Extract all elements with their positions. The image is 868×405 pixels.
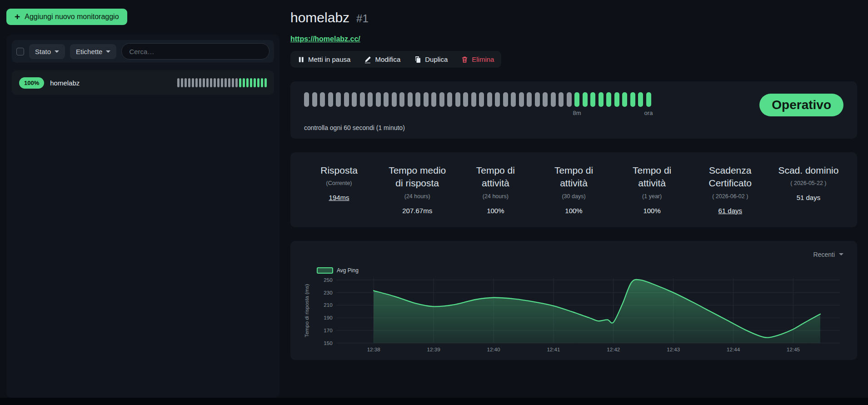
monitor-url-link[interactable]: https://homelabz.cc/ [290, 35, 360, 43]
heartbeat-bar[interactable] [246, 78, 249, 87]
heartbeat-bar[interactable] [415, 92, 420, 107]
delete-button[interactable]: Elimina [461, 55, 494, 63]
heartbeat-bar[interactable] [257, 78, 260, 87]
heartbeat-bar[interactable] [224, 78, 227, 87]
heartbeat-bar[interactable] [210, 78, 213, 87]
heartbeat-bar[interactable] [535, 92, 540, 107]
heartbeat-bar[interactable] [487, 92, 492, 107]
status-filter-dropdown[interactable]: Stato [29, 44, 65, 59]
heartbeat-bar[interactable] [471, 92, 476, 107]
heartbeat-bar[interactable] [606, 92, 611, 107]
heartbeat-bar[interactable] [399, 92, 404, 107]
heartbeat-bar[interactable] [264, 78, 267, 87]
heartbeat-bar[interactable] [368, 92, 373, 107]
stat-column: Tempo di attività(24 hours)100% [462, 164, 529, 215]
heartbeat-bar[interactable] [185, 78, 187, 87]
heartbeat-bar[interactable] [408, 92, 413, 107]
monitor-name: homelabz [50, 79, 80, 87]
heartbeat-bar[interactable] [376, 92, 381, 107]
heartbeat-bar[interactable] [232, 78, 234, 87]
svg-text:12:42: 12:42 [607, 346, 620, 352]
heartbeat-bar[interactable] [614, 92, 619, 107]
heartbeat-bar[interactable] [177, 78, 180, 87]
heartbeat-bar[interactable] [217, 78, 220, 87]
heartbeat-bar[interactable] [511, 92, 516, 107]
duplicate-label: Duplica [425, 55, 448, 63]
heartbeat-bar[interactable] [638, 92, 643, 107]
monitor-id: #1 [356, 12, 369, 25]
heartbeat-bar[interactable] [567, 92, 572, 107]
stat-title: Tempo di attività [462, 164, 529, 190]
heartbeat-bar[interactable] [336, 92, 341, 107]
stat-subtitle: (Corrente) [306, 180, 372, 186]
heartbeat-bar[interactable] [583, 92, 588, 107]
heartbeat-bar[interactable] [304, 92, 309, 107]
period-select[interactable]: Recenti [301, 247, 846, 262]
search-input[interactable] [121, 43, 269, 60]
delete-label: Elimina [472, 55, 494, 63]
heartbeat-bar[interactable] [392, 92, 397, 107]
stat-value[interactable]: 61 days [697, 207, 763, 215]
pause-button[interactable]: Metti in pausa [298, 55, 350, 63]
heartbeat-bar[interactable] [479, 92, 484, 107]
stat-subtitle: ( 2026-06-02 ) [697, 193, 763, 200]
heartbeat-bar[interactable] [206, 78, 209, 87]
tags-filter-dropdown[interactable]: Etichette [70, 44, 116, 59]
heartbeat-bar[interactable] [646, 92, 651, 107]
heartbeat-bar[interactable] [199, 78, 202, 87]
monitor-list-item[interactable]: 100% homelabz [12, 70, 274, 95]
monitor-list-panel: Stato Etichette 100% homelabz [6, 35, 279, 398]
heartbeat-bar[interactable] [243, 78, 245, 87]
heartbeat-bar[interactable] [181, 78, 184, 87]
legend-swatch-icon [317, 267, 333, 274]
heartbeat-bar[interactable] [551, 92, 556, 107]
heartbeat-bar[interactable] [503, 92, 508, 107]
heartbeat-bar[interactable] [214, 78, 216, 87]
heartbeat-bar[interactable] [622, 92, 627, 107]
heartbeat-bar[interactable] [352, 92, 357, 107]
heartbeat-bar[interactable] [235, 78, 238, 87]
pause-icon [298, 56, 304, 63]
edit-button[interactable]: Modifica [364, 55, 400, 63]
heartbeat-bar[interactable] [455, 92, 460, 107]
heartbeat-bar[interactable] [463, 92, 468, 107]
heartbeat-bar[interactable] [447, 92, 452, 107]
heartbeat-bar[interactable] [239, 78, 242, 87]
heartbeat-bar[interactable] [328, 92, 333, 107]
heartbeat-bar[interactable] [195, 78, 198, 87]
heartbeat-bar[interactable] [424, 92, 429, 107]
heartbeat-bar[interactable] [228, 78, 231, 87]
heartbeat-bar[interactable] [495, 92, 500, 107]
heartbeat-bar[interactable] [261, 78, 264, 87]
heartbeat-bar[interactable] [203, 78, 205, 87]
stat-subtitle: (1 year) [619, 193, 685, 200]
select-all-checkbox[interactable] [16, 48, 24, 55]
heartbeat-bar[interactable] [527, 92, 532, 107]
heartbeat-bar[interactable] [384, 92, 389, 107]
heartbeat-bar[interactable] [543, 92, 548, 107]
heartbeat-bar[interactable] [250, 78, 253, 87]
heartbeat-bar[interactable] [431, 92, 436, 107]
heartbeat-bar[interactable] [312, 92, 317, 107]
heartbeat-bar[interactable] [320, 92, 325, 107]
filter-bar: Stato Etichette [12, 40, 274, 63]
heartbeat-bar[interactable] [188, 78, 191, 87]
add-monitor-button[interactable]: + Aggiungi nuovo monitoraggio [6, 9, 127, 25]
heartbeat-bar[interactable] [344, 92, 349, 107]
heartbeat-bar[interactable] [590, 92, 595, 107]
duplicate-button[interactable]: Duplica [414, 55, 448, 63]
heartbeat-bar[interactable] [599, 92, 604, 107]
heartbeat-bar[interactable] [439, 92, 444, 107]
heartbeat-time-start: 8m [573, 110, 581, 116]
heartbeat-bar[interactable] [559, 92, 564, 107]
heartbeat-bar[interactable] [630, 92, 635, 107]
heartbeat-bar[interactable] [192, 78, 195, 87]
heartbeat-bar[interactable] [254, 78, 256, 87]
heartbeat-bar[interactable] [221, 78, 224, 87]
stat-value[interactable]: 194ms [306, 194, 372, 201]
heartbeat-bar[interactable] [360, 92, 365, 107]
heartbeat-bar[interactable] [574, 92, 579, 107]
stat-subtitle: ( 2026-05-22 ) [775, 180, 842, 186]
heartbeat-bar[interactable] [519, 92, 524, 107]
chart-legend[interactable]: Avg Ping [317, 267, 359, 274]
